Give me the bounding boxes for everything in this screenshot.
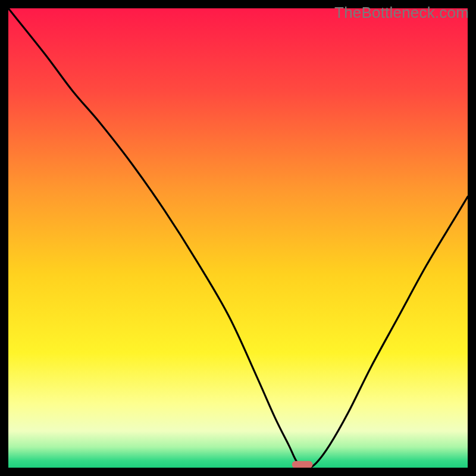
- gradient-background: [8, 8, 468, 468]
- optimal-marker: [292, 461, 313, 468]
- plot-area: [8, 8, 468, 468]
- watermark-text: TheBottleneck.com: [334, 4, 469, 22]
- plot-svg: [8, 8, 468, 468]
- chart-frame: TheBottleneck.com: [0, 0, 476, 476]
